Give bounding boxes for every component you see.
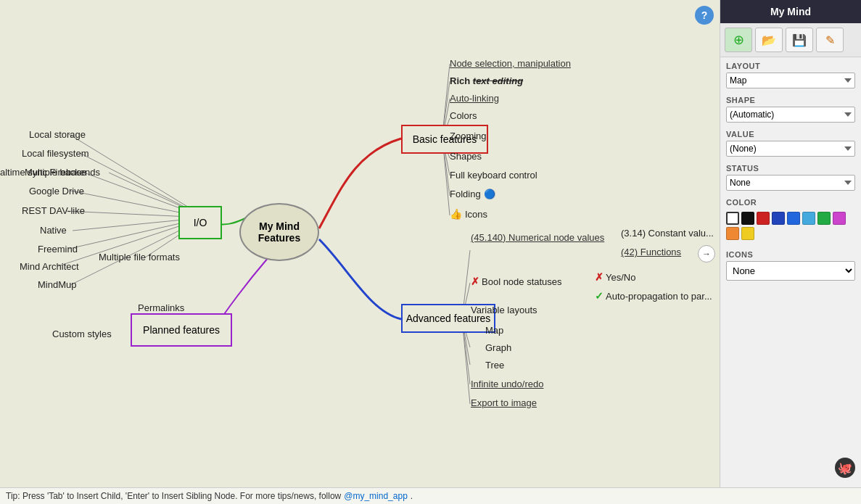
zooming-node[interactable]: Zooming xyxy=(450,131,487,141)
icons-select[interactable]: None xyxy=(726,261,855,281)
icons-label: ICONS xyxy=(726,250,855,259)
sidebar-toolbar: ⊕ 📂 💾 ✎ xyxy=(720,23,861,57)
io-label: I/O xyxy=(194,217,207,228)
permalinks-node[interactable]: Permalinks xyxy=(138,302,184,313)
swatch-red[interactable] xyxy=(757,212,770,225)
swatch-green[interactable] xyxy=(817,212,831,225)
shape-section: SHAPE (Automatic) Rectangle Ellipse Diam… xyxy=(720,91,861,125)
rich-text[interactable]: Rich text editing xyxy=(450,75,523,86)
color-swatches xyxy=(726,209,855,243)
native-node[interactable]: Native xyxy=(40,225,67,236)
planned-features-label: Planned features xyxy=(143,324,220,336)
cross-icon-yn: ✗ xyxy=(595,271,603,283)
rest-dav[interactable]: REST DAV-like xyxy=(22,205,85,216)
local-storage[interactable]: Local storage xyxy=(29,129,86,140)
thumbsup-icon: 👍 xyxy=(450,208,462,220)
statusbar-link[interactable]: @my_mind_app xyxy=(344,491,408,501)
new-button[interactable]: ⊕ xyxy=(725,28,752,52)
shape-label: SHAPE xyxy=(726,96,855,104)
swatch-darkblue[interactable] xyxy=(772,212,785,225)
icons-node[interactable]: 👍 Icons xyxy=(450,208,487,220)
layout-select[interactable]: Map Tree Graph xyxy=(726,73,855,88)
realtime-sync[interactable]: altime sync Firebase xyxy=(0,167,86,178)
help-button[interactable]: ? xyxy=(695,6,714,25)
shapes-node[interactable]: Shapes xyxy=(450,151,482,162)
swatch-yellow[interactable] xyxy=(741,227,754,240)
io-node[interactable]: I/O xyxy=(178,206,222,239)
value-section: VALUE (None) Number Text xyxy=(720,125,861,160)
google-drive[interactable]: Google Drive xyxy=(29,186,84,197)
bool-node[interactable]: ✗ Bool node statuses xyxy=(471,276,562,287)
open-icon: 📂 xyxy=(762,33,776,47)
icons-section: ICONS None xyxy=(720,246,861,284)
mindmap-canvas[interactable]: ? My MindFeatures Basic features Node se… xyxy=(0,0,720,487)
variable-layouts[interactable]: Variable layouts xyxy=(471,305,537,315)
folding-node[interactable]: Folding 🔵 xyxy=(450,189,495,199)
connection-lines xyxy=(0,0,720,487)
save-icon: 💾 xyxy=(792,33,807,47)
swatch-purple[interactable] xyxy=(833,212,846,225)
fold-icon: 🔵 xyxy=(484,189,495,199)
statusbar: Tip: Press 'Tab' to Insert Child, 'Enter… xyxy=(0,487,861,504)
layout-label: LAYOUT xyxy=(726,62,855,70)
sidebar: My Mind ⊕ 📂 💾 ✎ LAYOUT Map Tree Graph xyxy=(720,0,861,487)
freemind-node[interactable]: Freemind xyxy=(38,244,78,255)
keyboard-node[interactable]: Full keyboard control xyxy=(450,170,537,181)
expand-arrow-button[interactable]: → xyxy=(698,245,715,263)
edit-button[interactable]: ✎ xyxy=(816,28,844,52)
constant-value[interactable]: (3.14) Constant valu... xyxy=(621,228,714,239)
swatch-blue[interactable] xyxy=(787,212,800,225)
github-icon: 🐙 xyxy=(838,461,852,475)
open-button[interactable]: 📂 xyxy=(755,28,783,52)
custom-styles[interactable]: Custom styles xyxy=(52,329,112,339)
new-icon: ⊕ xyxy=(733,32,744,48)
layout-section: LAYOUT Map Tree Graph xyxy=(720,57,861,91)
map-layout[interactable]: Map xyxy=(485,325,503,336)
graph-layout[interactable]: Graph xyxy=(485,342,511,353)
save-button[interactable]: 💾 xyxy=(786,28,813,52)
mindmup-node[interactable]: MindMup xyxy=(38,279,76,290)
center-node-label: My MindFeatures xyxy=(258,220,300,244)
yes-no-node[interactable]: ✗ Yes/No xyxy=(595,271,635,283)
check-icon-ap: ✓ xyxy=(595,290,603,302)
status-section: STATUS None Yes/No Progress xyxy=(720,160,861,194)
node-selection[interactable]: Node selection, manipulation xyxy=(450,58,571,69)
swatch-orange[interactable] xyxy=(726,227,739,240)
status-select[interactable]: None Yes/No Progress xyxy=(726,175,855,191)
statusbar-tip: Tip: Press 'Tab' to Insert Child, 'Enter… xyxy=(6,491,341,501)
export-image[interactable]: Export to image xyxy=(471,397,537,408)
planned-features-node[interactable]: Planned features xyxy=(131,313,232,347)
color-label: COLOR xyxy=(726,198,855,207)
status-label: STATUS xyxy=(726,164,855,173)
center-node[interactable]: My MindFeatures xyxy=(239,203,319,261)
local-filesystem[interactable]: Local filesystem xyxy=(22,148,88,159)
swatch-white[interactable] xyxy=(726,212,739,225)
functions-node[interactable]: (42) Functions xyxy=(621,247,681,257)
cross-icon-bool: ✗ xyxy=(471,276,479,287)
github-link[interactable]: 🐙 xyxy=(835,458,855,478)
shape-select[interactable]: (Automatic) Rectangle Ellipse Diamond xyxy=(726,107,855,123)
edit-icon: ✎ xyxy=(825,33,835,47)
colors-node[interactable]: Colors xyxy=(450,110,477,121)
mind-architect[interactable]: Mind Architect xyxy=(20,261,79,272)
undo-redo[interactable]: Infinite undo/redo xyxy=(471,379,543,389)
multiple-formats[interactable]: Multiple file formats xyxy=(99,252,180,263)
numerical-node[interactable]: (45.140) Numerical node values xyxy=(471,232,604,243)
sidebar-title: My Mind xyxy=(720,0,861,23)
tree-layout[interactable]: Tree xyxy=(485,360,504,371)
color-section: COLOR xyxy=(720,194,861,246)
auto-linking[interactable]: Auto-linking xyxy=(450,93,499,104)
auto-prop[interactable]: ✓ Auto-propagation to par... xyxy=(595,290,712,302)
value-select[interactable]: (None) Number Text xyxy=(726,141,855,157)
value-label: VALUE xyxy=(726,130,855,139)
swatch-black[interactable] xyxy=(741,212,754,225)
swatch-lightblue[interactable] xyxy=(802,212,815,225)
